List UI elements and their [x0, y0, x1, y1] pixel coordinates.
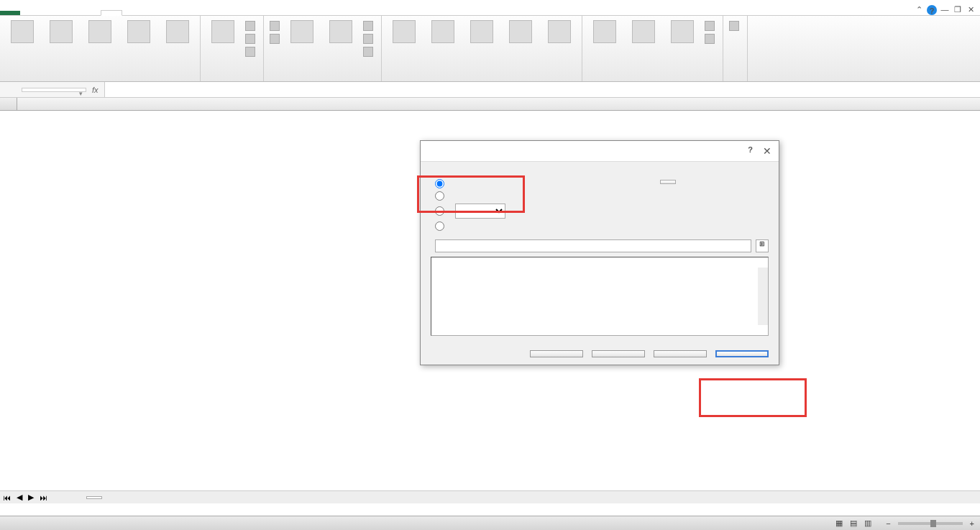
help-icon[interactable]: ?	[927, 5, 937, 15]
zoom-in-icon[interactable]: +	[970, 519, 974, 528]
next-button[interactable]	[654, 350, 707, 357]
text-to-columns-icon	[393, 20, 416, 43]
destination-input[interactable]	[435, 239, 751, 252]
clear-icon	[363, 21, 373, 31]
text-to-columns-wizard-dialog: ? ✕ ⊞	[420, 140, 779, 365]
from-other-icon	[127, 20, 150, 43]
connections-icon	[245, 21, 255, 31]
group-button[interactable]	[587, 20, 623, 52]
sort-button[interactable]	[284, 20, 320, 45]
window-minimize-icon[interactable]: —	[940, 5, 950, 15]
radio-text[interactable]	[431, 190, 553, 202]
refresh-all-button[interactable]	[205, 20, 241, 52]
back-button[interactable]	[592, 350, 645, 357]
subtotal-icon	[671, 20, 694, 43]
from-web-button[interactable]	[43, 20, 79, 52]
radio-skip[interactable]	[431, 220, 553, 232]
tab-page-layout[interactable]	[60, 11, 81, 15]
clear-button[interactable]	[362, 20, 377, 32]
remove-duplicates-button[interactable]	[425, 20, 461, 52]
tab-file[interactable]	[0, 11, 20, 15]
what-if-icon	[548, 20, 571, 43]
dialog-help-icon[interactable]: ?	[748, 145, 753, 157]
formula-input[interactable]	[104, 82, 980, 97]
view-normal-icon[interactable]: ▦	[835, 518, 843, 528]
tab-nav-last[interactable]: ⏭	[37, 493, 50, 502]
from-access-button[interactable]	[4, 20, 40, 52]
properties-icon	[245, 34, 255, 44]
radio-general-input[interactable]	[435, 179, 444, 188]
group-label	[587, 77, 718, 80]
view-page-break-icon[interactable]: ▥	[864, 518, 871, 528]
ribbon-data	[0, 16, 980, 82]
refresh-icon	[211, 20, 234, 43]
tab-data[interactable]	[101, 10, 122, 16]
radio-general[interactable]	[431, 178, 553, 190]
tab-home[interactable]	[20, 11, 40, 15]
from-text-button[interactable]	[82, 20, 118, 52]
group-label	[4, 77, 196, 80]
tab-nav-first[interactable]: ⏮	[0, 493, 14, 502]
sort-az-button[interactable]	[268, 20, 281, 32]
finish-button[interactable]	[715, 350, 769, 357]
zoom-slider[interactable]	[898, 522, 963, 525]
from-web-icon	[50, 20, 73, 43]
range-picker-icon[interactable]: ⊞	[756, 239, 769, 252]
radio-skip-input[interactable]	[435, 221, 444, 231]
view-page-layout-icon[interactable]: ▤	[850, 518, 857, 528]
select-all-corner[interactable]	[0, 98, 17, 110]
zoom-out-icon[interactable]: −	[886, 519, 890, 528]
ungroup-icon	[632, 20, 655, 43]
solver-button[interactable]	[728, 20, 743, 32]
from-other-sources-button[interactable]	[121, 20, 157, 52]
advanced-button[interactable]	[660, 180, 676, 184]
show-detail-button[interactable]	[703, 20, 718, 32]
date-format-select[interactable]	[455, 204, 505, 219]
sort-za-button[interactable]	[268, 33, 281, 45]
tab-insert[interactable]	[40, 11, 60, 15]
advanced-filter-button[interactable]	[362, 46, 377, 58]
text-to-columns-button[interactable]	[386, 20, 422, 52]
ribbon-minimize-icon[interactable]: ⌃	[914, 5, 924, 15]
radio-date[interactable]	[431, 202, 553, 220]
dialog-close-icon[interactable]: ✕	[763, 145, 771, 157]
group-label	[205, 77, 259, 80]
reapply-button[interactable]	[362, 33, 377, 45]
cancel-button[interactable]	[530, 350, 583, 357]
radio-text-input[interactable]	[435, 191, 444, 201]
existing-connections-button[interactable]	[160, 20, 196, 52]
what-if-button[interactable]	[541, 20, 577, 52]
fx-icon[interactable]: fx	[86, 86, 104, 94]
filter-button[interactable]	[323, 20, 359, 45]
radio-date-input[interactable]	[435, 206, 444, 216]
data-preview[interactable]	[431, 257, 769, 336]
tab-nav-prev[interactable]: ◀	[14, 493, 25, 502]
advanced-icon	[363, 47, 373, 57]
group-sort-filter	[264, 16, 382, 81]
preview-scrollbar[interactable]	[758, 268, 768, 325]
name-box[interactable]	[22, 88, 86, 92]
tab-view[interactable]	[142, 11, 162, 15]
properties-button[interactable]	[244, 33, 259, 45]
window-close-icon[interactable]: ✕	[966, 5, 976, 15]
data-validation-button[interactable]	[464, 20, 500, 52]
status-bar: ▦ ▤ ▥ − +	[0, 516, 980, 530]
subtotal-button[interactable]	[664, 20, 700, 45]
edit-links-button[interactable]	[244, 46, 259, 58]
hide-detail-button[interactable]	[703, 33, 718, 45]
from-access-icon	[11, 20, 34, 43]
consolidate-button[interactable]	[503, 20, 539, 45]
group-icon	[593, 20, 616, 43]
ungroup-button[interactable]	[626, 20, 661, 52]
hide-detail-icon	[705, 34, 715, 44]
tab-nav-next[interactable]: ▶	[25, 493, 37, 502]
formula-bar: fx	[0, 82, 980, 98]
window-restore-icon[interactable]: ❐	[953, 5, 963, 15]
tab-formulas[interactable]	[81, 11, 101, 15]
connections-button[interactable]	[244, 20, 259, 32]
ribbon-tabs: ⌃ ? — ❐ ✕	[0, 0, 980, 16]
tab-review[interactable]	[122, 11, 142, 15]
sheet-tab[interactable]	[86, 496, 102, 499]
sort-za-icon	[270, 34, 280, 44]
remove-dup-icon	[431, 20, 454, 43]
